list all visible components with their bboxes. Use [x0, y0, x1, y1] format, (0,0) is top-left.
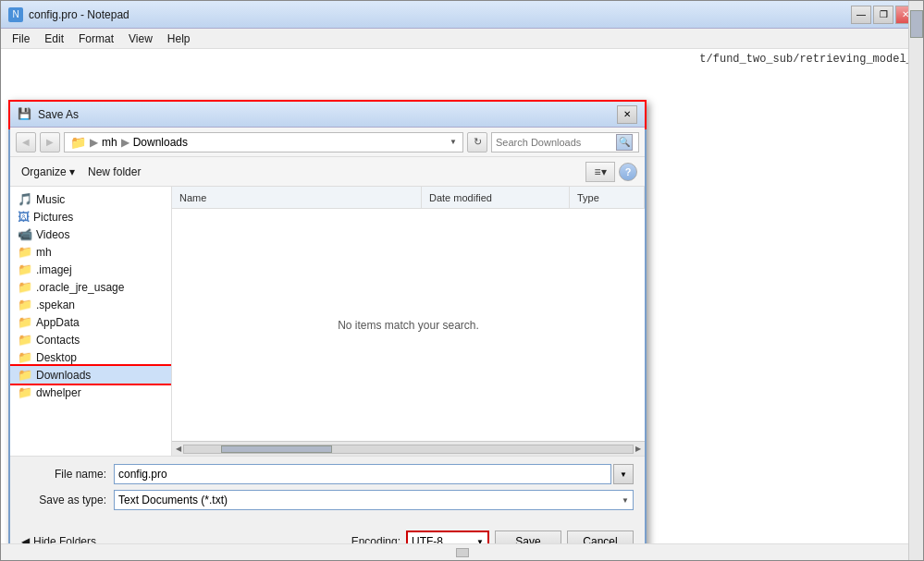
organize-button[interactable]: Organize ▾: [18, 162, 79, 182]
col-header-type[interactable]: Type: [570, 187, 645, 208]
notepad-text: t/fund_two_sub/retrieving_model_t: [696, 49, 923, 69]
notepad-content: t/fund_two_sub/retrieving_model_t 💾 Save…: [1, 49, 923, 543]
music-icon: 🎵: [18, 192, 32, 206]
footer-right: Encoding: UTF-8 ▼ Save Cancel: [351, 531, 634, 543]
breadcrumb-up-icon: 📁: [70, 135, 86, 150]
breadcrumb-dropdown-arrow[interactable]: ▼: [450, 138, 457, 146]
contacts-icon: 📁: [18, 333, 32, 347]
tree-item-dwhelper[interactable]: 📁 dwhelper: [10, 384, 171, 401]
cancel-button[interactable]: Cancel: [567, 531, 634, 543]
h-scroll-right-btn[interactable]: ▶: [634, 445, 643, 453]
search-bar: 🔍: [491, 132, 639, 152]
dialog-title-left: 💾 Save As: [18, 107, 79, 122]
tree-item-desktop[interactable]: 📁 Desktop: [10, 348, 171, 366]
tree-item-imagej[interactable]: 📁 .imagej: [10, 261, 171, 278]
filename-input[interactable]: [114, 464, 611, 484]
imagej-icon: 📁: [18, 262, 32, 276]
search-button[interactable]: 🔍: [616, 134, 633, 151]
desktop-icon: 📁: [18, 350, 32, 364]
view-button[interactable]: ≡ ▾: [585, 162, 615, 182]
menu-format[interactable]: Format: [71, 30, 121, 47]
window-scroll-thumb[interactable]: [910, 10, 923, 38]
maximize-button[interactable]: ❒: [873, 6, 893, 24]
dialog-icon: 💾: [18, 107, 32, 122]
oracle-icon: 📁: [18, 280, 32, 294]
dwhelper-icon: 📁: [18, 385, 32, 399]
forward-button[interactable]: ▶: [40, 132, 60, 152]
save-button[interactable]: Save: [495, 531, 561, 543]
tree-label-spekan: .spekan: [36, 299, 75, 311]
h-scroll-thumb[interactable]: [221, 445, 332, 453]
tree-item-appdata[interactable]: 📁 AppData: [10, 313, 171, 331]
spekan-icon: 📁: [18, 298, 32, 311]
view-icon: ≡: [594, 165, 600, 178]
window-scrollbar[interactable]: [908, 1, 923, 560]
tree-item-mh[interactable]: 📁 mh: [10, 243, 171, 261]
savetype-value: Text Documents (*.txt): [118, 494, 228, 506]
notepad-window: N config.pro - Notepad — ❒ ✕ File Edit F…: [0, 0, 924, 561]
menu-edit[interactable]: Edit: [37, 30, 71, 47]
hide-folders-button[interactable]: ◀ Hide Folders: [21, 535, 96, 543]
statusbar-scroll-btn[interactable]: [456, 548, 469, 557]
dialog-title: Save As: [38, 108, 79, 121]
downloads-icon: 📁: [18, 368, 32, 382]
encoding-label: Encoding:: [351, 535, 400, 543]
file-list: Name Date modified Type No items match y…: [172, 187, 645, 456]
dialog-title-bar: 💾 Save As ✕: [10, 102, 645, 128]
tree-item-contacts[interactable]: 📁 Contacts: [10, 331, 171, 348]
notepad-title-bar: N config.pro - Notepad — ❒ ✕: [1, 1, 923, 29]
action-bar-right: ≡ ▾ ?: [585, 162, 637, 182]
menu-help[interactable]: Help: [160, 30, 198, 47]
tree-label-videos: Videos: [36, 228, 69, 241]
menu-view[interactable]: View: [121, 30, 160, 47]
tree-label-oracle: .oracle_jre_usage: [36, 281, 124, 294]
encoding-dropdown[interactable]: UTF-8 ▼: [406, 531, 489, 543]
mh-folder-icon: 📁: [18, 245, 32, 259]
dialog-main: 🎵 Music 🖼 Pictures 📹 Videos 📁 mh: [10, 187, 645, 456]
dialog-close-button[interactable]: ✕: [617, 105, 637, 124]
file-list-header: Name Date modified Type: [172, 187, 645, 209]
back-button[interactable]: ◀: [16, 132, 36, 152]
tree-item-spekan[interactable]: 📁 .spekan: [10, 296, 171, 313]
breadcrumb-root[interactable]: mh: [102, 136, 117, 149]
horizontal-scrollbar[interactable]: ◀ ▶: [172, 441, 645, 456]
savetype-label: Save as type:: [21, 494, 114, 506]
search-input[interactable]: [496, 137, 616, 148]
filename-dropdown-btn[interactable]: ▼: [613, 464, 634, 484]
empty-message: No items match your search.: [338, 319, 479, 332]
col-header-date[interactable]: Date modified: [422, 187, 570, 208]
tree-label-contacts: Contacts: [36, 334, 80, 347]
notepad-title: config.pro - Notepad: [29, 8, 129, 21]
savetype-dropdown-arrow: ▼: [622, 496, 629, 505]
breadcrumb-current: Downloads: [133, 136, 188, 149]
dialog-toolbar: ◀ ▶ 📁 ▶ mh ▶ Downloads ▼ ↻ 🔍: [10, 128, 645, 157]
savetype-row: Save as type: Text Documents (*.txt) ▼: [21, 490, 634, 510]
menu-bar: File Edit Format View Help: [1, 29, 923, 49]
new-folder-button[interactable]: New folder: [84, 162, 144, 182]
tree-label-appdata: AppData: [36, 316, 80, 329]
menu-file[interactable]: File: [5, 30, 37, 47]
refresh-button[interactable]: ↻: [467, 132, 487, 152]
col-header-name[interactable]: Name: [172, 187, 422, 208]
help-button[interactable]: ?: [619, 163, 637, 181]
breadcrumb-bar: 📁 ▶ mh ▶ Downloads ▼: [64, 132, 463, 152]
filename-label: File name:: [21, 468, 114, 481]
encoding-section: Encoding: UTF-8 ▼: [351, 531, 489, 543]
tree-item-oracle[interactable]: 📁 .oracle_jre_usage: [10, 278, 171, 296]
filename-row: File name: ▼: [21, 464, 634, 484]
notepad-statusbar: [1, 543, 923, 560]
breadcrumb-separator2: ▶: [121, 136, 129, 149]
tree-item-music[interactable]: 🎵 Music: [10, 190, 171, 208]
minimize-button[interactable]: —: [851, 6, 871, 24]
videos-icon: 📹: [18, 227, 32, 241]
tree-item-downloads[interactable]: 📁 Downloads: [10, 366, 171, 384]
appdata-icon: 📁: [18, 315, 32, 329]
tree-item-pictures[interactable]: 🖼 Pictures: [10, 208, 171, 226]
savetype-dropdown[interactable]: Text Documents (*.txt) ▼: [114, 490, 634, 510]
save-as-dialog: 💾 Save As ✕ ◀ ▶ 📁 ▶ mh ▶ Downloads ▼: [8, 100, 647, 543]
h-scroll-left-btn[interactable]: ◀: [174, 445, 183, 453]
h-scroll-track: [183, 445, 634, 454]
tree-label-desktop: Desktop: [36, 351, 77, 364]
tree-item-videos[interactable]: 📹 Videos: [10, 226, 171, 243]
dialog-form: File name: ▼ Save as type: Text Document…: [10, 456, 645, 523]
